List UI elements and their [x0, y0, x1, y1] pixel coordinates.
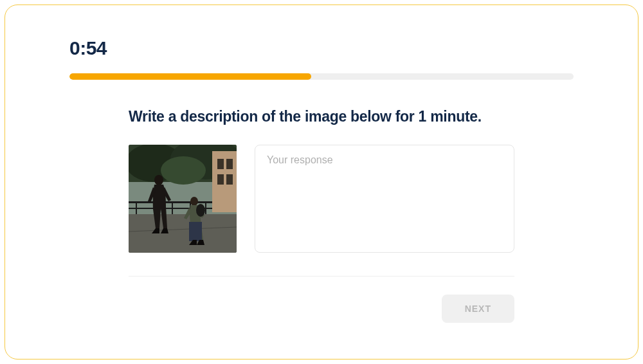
- svg-rect-24: [195, 222, 202, 241]
- divider: [129, 276, 514, 277]
- response-textarea[interactable]: [255, 145, 514, 253]
- svg-rect-6: [217, 159, 224, 169]
- svg-point-23: [190, 197, 198, 206]
- svg-rect-7: [226, 159, 233, 169]
- countdown-timer: 0:54: [69, 37, 574, 59]
- footer-row: NEXT: [129, 295, 514, 323]
- task-row: [129, 145, 514, 253]
- exercise-card: 0:54 Write a description of the image be…: [5, 5, 638, 359]
- svg-rect-8: [217, 174, 224, 185]
- prompt-title: Write a description of the image below f…: [129, 108, 514, 125]
- svg-rect-5: [212, 151, 237, 212]
- content-area: Write a description of the image below f…: [69, 108, 574, 323]
- svg-point-20: [154, 175, 163, 185]
- progress-bar-track: [69, 73, 574, 80]
- svg-marker-18: [129, 214, 237, 253]
- svg-rect-25: [189, 222, 195, 241]
- svg-rect-9: [226, 174, 233, 185]
- svg-rect-10: [129, 201, 212, 203]
- progress-bar-fill: [69, 73, 311, 80]
- next-button[interactable]: NEXT: [442, 295, 514, 323]
- street-scene-icon: [129, 145, 237, 253]
- prompt-image: [129, 145, 237, 253]
- svg-point-28: [196, 204, 205, 217]
- svg-point-4: [161, 156, 206, 185]
